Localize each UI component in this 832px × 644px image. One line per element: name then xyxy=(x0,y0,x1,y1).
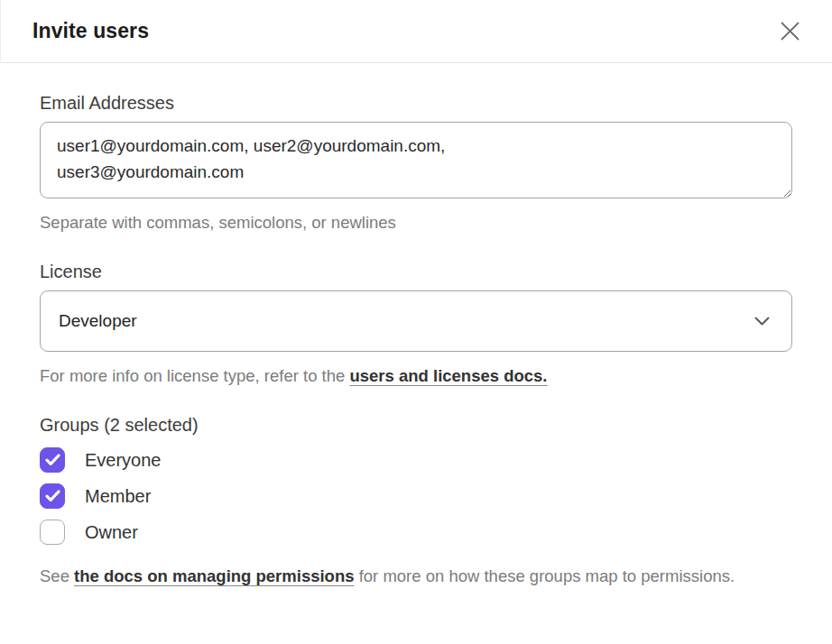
chevron-down-icon xyxy=(754,317,770,327)
close-icon xyxy=(780,21,800,41)
checkbox-everyone[interactable] xyxy=(40,447,65,473)
invite-users-modal: Invite users Email Addresses user1@yourd… xyxy=(0,0,832,644)
group-row-owner[interactable]: Owner xyxy=(40,520,138,545)
users-licenses-docs-link[interactable]: users and licenses docs. xyxy=(349,366,547,385)
groups-helper-suffix: for more on how these groups map to perm… xyxy=(355,566,735,585)
groups-label: Groups (2 selected) xyxy=(40,415,792,436)
license-field: License Developer For more info on licen… xyxy=(40,262,792,389)
group-row-everyone[interactable]: Everyone xyxy=(40,447,162,473)
groups-field: Groups (2 selected) Everyone xyxy=(40,415,792,589)
checkmark-icon xyxy=(45,454,60,466)
license-helper-text: For more info on license type, refer to … xyxy=(40,363,792,389)
license-helper-prefix: For more info on license type, refer to … xyxy=(40,366,349,385)
group-label-member: Member xyxy=(85,486,151,507)
checkbox-member[interactable] xyxy=(40,483,65,509)
email-addresses-label: Email Addresses xyxy=(40,93,792,114)
checkmark-icon xyxy=(45,490,60,502)
group-label-owner: Owner xyxy=(85,522,138,543)
license-select[interactable]: Developer xyxy=(40,290,792,352)
email-addresses-input[interactable]: user1@yourdomain.com, user2@yourdomain.c… xyxy=(40,122,792,198)
modal-title: Invite users xyxy=(32,19,149,43)
groups-helper-prefix: See xyxy=(40,566,74,585)
email-helper-text: Separate with commas, semicolons, or new… xyxy=(40,209,792,235)
group-row-member[interactable]: Member xyxy=(40,483,151,509)
license-selected-value: Developer xyxy=(59,311,137,331)
modal-header: Invite users xyxy=(0,0,832,63)
groups-helper-text: See the docs on managing permissions for… xyxy=(40,563,792,589)
close-button[interactable] xyxy=(774,16,805,47)
license-label: License xyxy=(40,262,792,282)
email-addresses-field: Email Addresses user1@yourdomain.com, us… xyxy=(40,93,792,235)
group-label-everyone: Everyone xyxy=(85,450,162,471)
modal-body: Email Addresses user1@yourdomain.com, us… xyxy=(0,63,832,589)
managing-permissions-docs-link[interactable]: the docs on managing permissions xyxy=(74,566,354,585)
checkbox-owner[interactable] xyxy=(40,520,65,545)
